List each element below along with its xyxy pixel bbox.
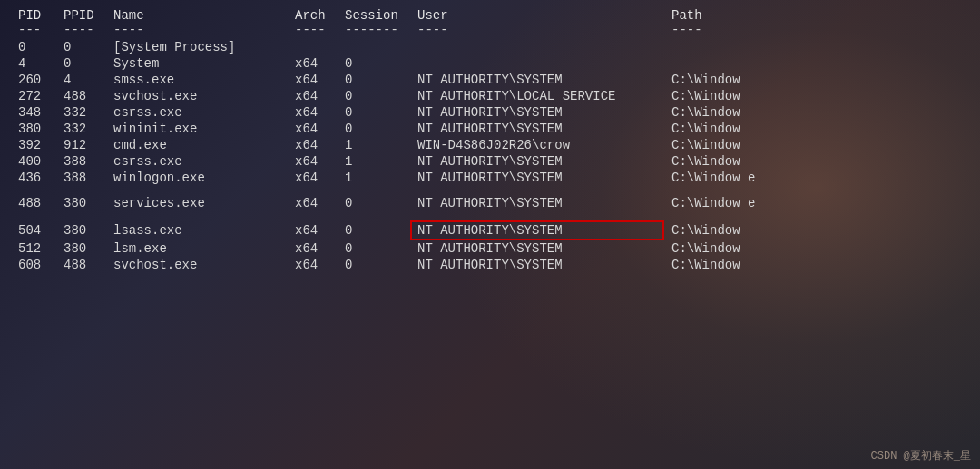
cell-user: NT AUTHORITY\SYSTEM [410,72,664,88]
cell-path: C:\Window [664,88,969,104]
header-path: Path [664,7,969,23]
header-name: Name [106,7,288,23]
cell-session: 0 [338,195,410,211]
cell-arch: x64 [288,88,338,104]
header-pid: PID [11,7,56,23]
cell-name: System [106,55,288,72]
cell-ppid: 488 [56,88,106,104]
process-table: PID PPID Name Arch Session User Path ---… [11,7,969,273]
cell-ppid: 332 [56,121,106,137]
table-row: 2604smss.exex640NT AUTHORITY\SYSTEMC:\Wi… [11,72,969,88]
cell-ppid: 0 [56,55,106,72]
cell-name: cmd.exe [106,137,288,153]
cell-name: csrss.exe [106,153,288,170]
cell-name: lsass.exe [106,220,288,240]
cell-session: 0 [338,121,410,137]
cell-arch: x64 [288,170,338,186]
table-row: 608488svchost.exex640NT AUTHORITY\SYSTEM… [11,257,969,273]
cell-arch: x64 [288,220,338,240]
cell-pid: 504 [11,220,56,240]
cell-user: NT AUTHORITY\SYSTEM [410,121,664,137]
table-row: 488380services.exex640NT AUTHORITY\SYSTE… [11,195,969,211]
cell-path: C:\Window [664,72,969,88]
cell-ppid: 380 [56,220,106,240]
table-row: 00[System Process] [11,39,969,55]
cell-path: C:\Window [664,220,969,240]
cell-session: 0 [338,55,410,72]
cell-session: 0 [338,72,410,88]
cell-ppid: 4 [56,72,106,88]
sep-user: ---- [410,23,664,39]
cell-pid: 0 [11,39,56,55]
sep-session: ------- [338,23,410,39]
table-row: 400388csrss.exex641NT AUTHORITY\SYSTEMC:… [11,153,969,170]
cell-user [410,39,664,55]
table-row: 512380lsm.exex640NT AUTHORITY\SYSTEMC:\W… [11,240,969,257]
sep-name: ---- [106,23,288,39]
cell-session: 1 [338,153,410,170]
cell-ppid: 488 [56,257,106,273]
cell-pid: 272 [11,88,56,104]
cell-pid: 436 [11,170,56,186]
cell-path [664,39,969,55]
cell-arch: x64 [288,55,338,72]
cell-path [664,55,969,72]
sep-ppid: ---- [56,23,106,39]
cell-path: C:\Window [664,240,969,257]
cell-name: wininit.exe [106,121,288,137]
cell-arch: x64 [288,104,338,121]
cell-ppid: 388 [56,153,106,170]
cell-ppid: 0 [56,39,106,55]
cell-path: C:\Window [664,257,969,273]
cell-arch: x64 [288,72,338,88]
cell-ppid: 912 [56,137,106,153]
cell-ppid: 332 [56,104,106,121]
cell-name: svchost.exe [106,88,288,104]
cell-session: 0 [338,88,410,104]
table-row: 272488svchost.exex640NT AUTHORITY\LOCAL … [11,88,969,104]
cell-arch: x64 [288,121,338,137]
cell-name: smss.exe [106,72,288,88]
table-row: 380332wininit.exex640NT AUTHORITY\SYSTEM… [11,121,969,137]
cell-arch: x64 [288,195,338,211]
sep-path: ---- [664,23,969,39]
cell-pid: 608 [11,257,56,273]
cell-arch: x64 [288,240,338,257]
cell-pid: 512 [11,240,56,257]
cell-pid: 260 [11,72,56,88]
cell-pid: 4 [11,55,56,72]
cell-pid: 488 [11,195,56,211]
cell-pid: 400 [11,153,56,170]
cell-pid: 348 [11,104,56,121]
cell-path: C:\Window [664,153,969,170]
header-session: Session [338,7,410,23]
table-body: 00[System Process]40Systemx6402604smss.e… [11,39,969,273]
cell-arch [288,39,338,55]
cell-session [338,39,410,55]
cell-ppid: 388 [56,170,106,186]
cell-session: 0 [338,220,410,240]
watermark: CSDN @夏初春末_星 [871,448,971,464]
cell-user: NT AUTHORITY\SYSTEM [410,170,664,186]
table-row [11,186,969,195]
cell-user: NT AUTHORITY\LOCAL SERVICE [410,88,664,104]
cell-path: C:\Window [664,104,969,121]
terminal-window: PID PPID Name Arch Session User Path ---… [0,0,980,469]
cell-pid: 392 [11,137,56,153]
cell-path: C:\Window [664,137,969,153]
header-ppid: PPID [56,7,106,23]
sep-pid: --- [11,23,56,39]
cell-user: NT AUTHORITY\SYSTEM [410,257,664,273]
table-row: 392912cmd.exex641WIN-D4S86J02R26\crowC:\… [11,137,969,153]
table-row: 348332csrss.exex640NT AUTHORITY\SYSTEMC:… [11,104,969,121]
cell-user [410,55,664,72]
cell-session: 1 [338,137,410,153]
cell-session: 0 [338,257,410,273]
cell-name: services.exe [106,195,288,211]
cell-user: NT AUTHORITY\SYSTEM [410,153,664,170]
table-separator-row: --- ---- ---- ---- ------- ---- ---- [11,23,969,39]
header-arch: Arch [288,7,338,23]
cell-user: NT AUTHORITY\SYSTEM [410,195,664,211]
cell-name: lsm.exe [106,240,288,257]
cell-session: 0 [338,104,410,121]
